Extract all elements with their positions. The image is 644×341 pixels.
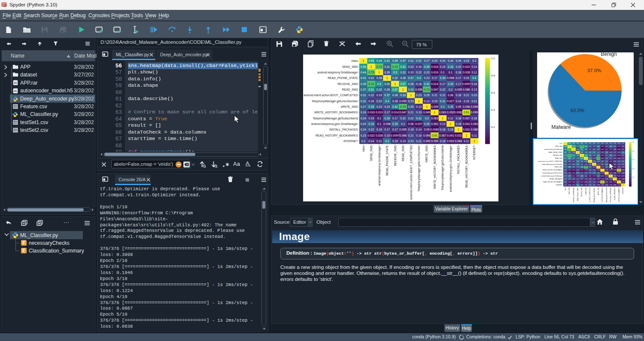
svg-text:0.91: 0.91 — [618, 169, 620, 171]
svg-text:0.23: 0.23 — [622, 161, 624, 162]
svg-text:0.39: 0.39 — [580, 143, 583, 144]
svg-text:0.15: 0.15 — [440, 65, 445, 68]
svg-text:0.22: 0.22 — [440, 88, 445, 91]
svg-text:0.099: 0.099 — [399, 100, 407, 103]
svg-text:0.24: 0.24 — [361, 122, 366, 125]
svg-text:READ_HISTORY_BOOKMARKS: READ_HISTORY_BOOKMARKS — [618, 188, 620, 203]
svg-text:0.17: 0.17 — [577, 178, 579, 180]
svg-text:0.019: 0.019 — [431, 71, 438, 74]
svg-text:0.25: 0.25 — [589, 166, 592, 168]
svg-text:0.25: 0.25 — [448, 105, 453, 108]
svg-text:0.32: 0.32 — [400, 71, 406, 74]
svg-text:0.22: 0.22 — [377, 100, 382, 103]
svg-text:0.22: 0.22 — [605, 161, 608, 162]
svg-text:0.095: 0.095 — [584, 178, 587, 180]
svg-text:0.016: 0.016 — [368, 111, 375, 114]
svg-text:0.16: 0.16 — [593, 146, 595, 147]
svg-text:0.32: 0.32 — [580, 152, 583, 153]
svg-text:0.26: 0.26 — [377, 76, 382, 79]
svg-text:0.13: 0.13 — [597, 164, 600, 165]
svg-text:0.067: 0.067 — [463, 117, 470, 120]
svg-text:0.31: 0.31 — [568, 152, 571, 153]
svg-text:0.014: 0.014 — [580, 169, 583, 171]
svg-text:0.28: 0.28 — [400, 76, 406, 79]
svg-text:1: 1 — [386, 76, 388, 79]
svg-text:1: 1 — [378, 71, 380, 74]
svg-text:0.23: 0.23 — [408, 100, 414, 103]
svg-text:0.5: 0.5 — [573, 155, 574, 156]
svg-text:0.063: 0.063 — [601, 172, 604, 174]
svg-text:0.18: 0.18 — [610, 178, 612, 180]
svg-text:0.55: 0.55 — [568, 143, 571, 144]
svg-text:0.4: 0.4 — [593, 152, 595, 153]
svg-text:0.12: 0.12 — [610, 172, 612, 174]
svg-text:0.44: 0.44 — [572, 143, 575, 144]
svg-text:0.15: 0.15 — [572, 161, 575, 162]
svg-text:0.041: 0.041 — [609, 181, 612, 183]
svg-text:0.15: 0.15 — [368, 117, 374, 120]
svg-text:0.15: 0.15 — [589, 149, 592, 150]
svg-text:0.3: 0.3 — [440, 105, 444, 108]
svg-text:0.028: 0.028 — [617, 149, 620, 150]
svg-text:0.14: 0.14 — [416, 128, 422, 131]
svg-text:0.75: 0.75 — [568, 149, 571, 150]
svg-text:0.31: 0.31 — [384, 65, 390, 68]
svg-text:WRITE_HISTORY_BOOKMARKS: WRITE_HISTORY_BOOKMARKS — [601, 188, 603, 203]
svg-text:0.11: 0.11 — [622, 181, 625, 183]
svg-text:0.2: 0.2 — [622, 143, 624, 144]
svg-text:0.15: 0.15 — [605, 146, 608, 147]
svg-text:INSTALL_PACKAGES: INSTALL_PACKAGES — [614, 188, 616, 201]
svg-text:0.11: 0.11 — [464, 140, 469, 143]
svg-text:0.18: 0.18 — [622, 172, 624, 174]
svg-text:0.17: 0.17 — [605, 155, 608, 156]
svg-text:0.22: 0.22 — [408, 117, 414, 120]
svg-text:1: 1 — [371, 65, 372, 68]
svg-text:0.31: 0.31 — [408, 59, 414, 62]
svg-text:0.73: 0.73 — [400, 105, 406, 108]
svg-text:0.2: 0.2 — [491, 125, 495, 128]
svg-text:0.37: 0.37 — [585, 143, 587, 144]
svg-text:0.014: 0.014 — [431, 82, 438, 85]
svg-text:0.13: 0.13 — [622, 158, 624, 159]
svg-text:1.0: 1.0 — [632, 141, 634, 143]
svg-text:0.022: 0.022 — [368, 134, 375, 137]
svg-text:0.22: 0.22 — [605, 158, 608, 159]
svg-text:0.18: 0.18 — [440, 140, 445, 143]
svg-text:0.086: 0.086 — [463, 88, 470, 91]
svg-text:0.019: 0.019 — [376, 111, 383, 114]
svg-text:WRITE_HISTORY_BOOKMARKS: WRITE_HISTORY_BOOKMARKS — [314, 111, 358, 114]
svg-text:0.099: 0.099 — [622, 166, 625, 168]
svg-text:0.09: 0.09 — [424, 128, 430, 131]
svg-text:RECEIVE_SMS: RECEIVE_SMS — [553, 155, 562, 156]
svg-text:0.42: 0.42 — [424, 82, 430, 85]
svg-text:0.91: 0.91 — [601, 181, 604, 183]
svg-text:0.15: 0.15 — [471, 82, 477, 85]
svg-text:01: 01 — [14, 82, 17, 84]
svg-text:0.27: 0.27 — [361, 105, 366, 108]
svg-text:0.33: 0.33 — [589, 158, 592, 159]
svg-text:0.28: 0.28 — [585, 152, 587, 153]
svg-text:0.11: 0.11 — [377, 140, 382, 143]
svg-text:READ_PHONE_STATE: READ_PHONE_STATE — [577, 188, 579, 201]
svg-text:0.096: 0.096 — [423, 134, 431, 137]
svg-text:0.18: 0.18 — [377, 128, 382, 131]
svg-text:0.19: 0.19 — [416, 111, 422, 114]
svg-text:READ_SMS: READ_SMS — [342, 88, 358, 91]
svg-text:0.099: 0.099 — [415, 88, 422, 91]
svg-text:READ_HISTORY_BOOKMARKS: READ_HISTORY_BOOKMARKS — [465, 145, 468, 188]
svg-text:0.031: 0.031 — [463, 128, 470, 131]
svg-text:0.22: 0.22 — [568, 178, 571, 180]
svg-text:INTERNET: INTERNET — [473, 146, 476, 160]
svg-text:0.18: 0.18 — [448, 128, 453, 131]
svg-text:WRITE_HISTORY_BOOKMARKS: WRITE_HISTORY_BOOKMARKS — [433, 145, 437, 189]
svg-text:0.13: 0.13 — [416, 105, 422, 108]
svg-text:0.016: 0.016 — [601, 146, 604, 147]
svg-text:0.21: 0.21 — [618, 161, 620, 162]
svg-text:0.15: 0.15 — [384, 134, 390, 137]
svg-text:android.telephony.gsm.SmsManag: android.telephony.gsm.SmsManager — [610, 188, 611, 203]
svg-text:0.086: 0.086 — [584, 181, 587, 183]
svg-text:0.4: 0.4 — [472, 76, 476, 79]
svg-text:0.19: 0.19 — [432, 100, 437, 103]
svg-text:0.086: 0.086 — [614, 184, 617, 186]
svg-text:0.75: 0.75 — [368, 71, 374, 74]
